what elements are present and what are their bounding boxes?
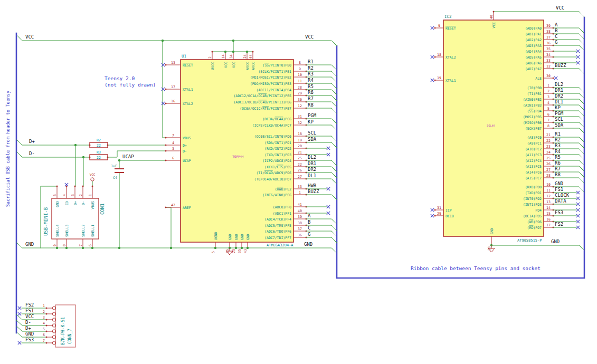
net-label-C[interactable]: C [308,225,310,231]
net-label-BUZZ[interactable]: BUZZ [308,189,319,194]
net-label-R3[interactable]: R3 [308,71,314,76]
vcc-power-symbol[interactable]: VCC [90,173,96,181]
wire[interactable] [306,225,337,231]
resistor-R3[interactable]: R322 [89,150,109,160]
ic-value[interactable]: ATMEGA32U4-A [267,243,293,247]
net-label-SDA[interactable]: SDA [555,122,564,128]
net-label-R1[interactable]: R1 [555,131,561,137]
wire[interactable] [306,195,337,200]
wire[interactable] [494,12,584,17]
net-label-dplus[interactable]: D+ [29,139,35,144]
net-label-FS1[interactable]: FS1 [555,187,563,192]
wire[interactable] [306,219,337,224]
connector-value[interactable]: B7K-PH-K-S1 [61,317,65,345]
net-label-R7[interactable]: R7 [308,96,314,101]
net-label-R4[interactable]: R4 [555,149,561,154]
wire[interactable] [553,69,584,74]
net-label-SDA[interactable]: SDA [308,137,317,142]
net-label-PGM[interactable]: PGM [308,113,317,118]
net-label-vcc[interactable]: VCC [305,34,314,40]
net-label-DR2[interactable]: DR2 [555,93,563,99]
net-label-R6[interactable]: R6 [555,160,561,166]
net-label-R2[interactable]: R2 [308,65,314,71]
net-label-R5[interactable]: R5 [555,155,561,160]
ic-reference[interactable]: U1 [182,54,186,59]
net-label-KP[interactable]: KP [308,119,314,124]
connector-reference[interactable]: CONN_7 [68,329,72,344]
net-label-FS3[interactable]: FS3 [555,210,563,215]
net-label-DR1[interactable]: DR1 [555,88,563,93]
net-label-HWB[interactable]: HWB [308,183,316,188]
ic-footprint[interactable]: DIL40 [487,124,495,127]
net-label-GND[interactable]: GND [555,181,563,186]
net-label-KP[interactable]: KP [555,105,561,110]
net-label-DL2[interactable]: DL2 [555,82,563,87]
capacitor-value[interactable]: 1uF [111,164,117,168]
ic-IC2[interactable]: IC2AT90S8515-PDIL409RESET18XTAL219XTAL13… [431,11,584,251]
wire[interactable] [17,35,337,46]
net-label-A[interactable]: A [555,22,558,27]
wire[interactable] [553,28,584,33]
connector-value[interactable]: USB-MINI-B [43,207,49,236]
net-label-SCL[interactable]: SCL [555,117,563,122]
net-label-CLOCK[interactable]: CLOCK [555,193,570,198]
net-label-gnd[interactable]: GND [551,239,560,244]
wire[interactable] [553,34,584,39]
connector-reference[interactable]: CON1 [100,203,105,215]
net-label-R6[interactable]: R6 [308,90,314,95]
net-label-DL2[interactable]: DL2 [308,155,316,160]
net-label-DATA[interactable]: DATA [555,198,566,204]
resistor-R2[interactable]: R222 [89,138,109,148]
net-label-GND[interactable]: GND [25,331,34,337]
net-label-G[interactable]: G [555,40,557,45]
wire[interactable] [306,231,337,236]
net-label-dminus[interactable]: D- [29,151,35,156]
net-label-FS1[interactable]: FS1 [25,308,34,313]
ground-symbol[interactable] [226,248,233,255]
net-label-D-[interactable]: D- [25,320,31,325]
net-label-R5[interactable]: R5 [308,84,314,89]
resistor-reference[interactable]: R2 [97,138,101,142]
net-label-PGM[interactable]: PGM [555,111,564,116]
net-label-R4[interactable]: R4 [308,78,314,83]
net-label-ucap[interactable]: UCAP [122,154,134,159]
wire[interactable] [553,40,584,45]
net-label-gnd[interactable]: GND [25,242,34,247]
connector-body[interactable] [55,305,75,347]
wire[interactable] [16,326,46,331]
net-label-BUZZ[interactable]: BUZZ [555,63,566,68]
net-label-VCC[interactable]: VCC [25,314,34,319]
net-label-G[interactable]: G [308,232,310,237]
resistor-value[interactable]: 22 [97,143,101,148]
wire[interactable] [17,140,90,145]
connector-CON1[interactable]: USB-MINI-BCON15GND4ID3D+2D-1VBUS9SHELL48… [43,183,105,248]
net-label-FS2[interactable]: FS2 [555,222,563,227]
net-label-DL1[interactable]: DL1 [308,173,316,178]
net-label-gnd[interactable]: GND [304,242,312,247]
schematic-canvas[interactable]: VCCVCCD+D-UCAPGNDGNDVCCGNDTeensy 2.0(not… [0,0,597,364]
wire[interactable] [166,207,171,248]
wire[interactable] [491,245,584,251]
wire[interactable] [107,151,166,157]
ic-reference[interactable]: IC2 [444,14,452,19]
ic-value[interactable]: AT90S8515-P [517,238,542,243]
ic-footprint[interactable]: TQFP44 [232,155,244,158]
net-label-B[interactable]: B [555,28,557,33]
net-label-R1[interactable]: R1 [308,59,314,64]
connector-CONN_7[interactable]: B7K-PH-K-S1CONN_7FS21FS12VCC3D-4D+5GND6F… [16,302,75,347]
net-label-DR1[interactable]: DR1 [308,161,316,166]
net-label-R8[interactable]: R8 [308,102,314,108]
net-label-vcc[interactable]: VCC [25,34,34,40]
ic-U1[interactable]: U1ATMEGA32U4-ATQFP4413RESET17XTAL116XTAL… [162,51,337,254]
net-label-A[interactable]: A [308,213,311,218]
resistor-value[interactable]: 22 [97,156,101,160]
resistor-reference[interactable]: R3 [97,150,101,155]
net-label-FS3[interactable]: FS3 [25,337,34,342]
wire[interactable] [16,320,46,325]
net-label-R7[interactable]: R7 [555,166,561,171]
wire[interactable] [17,152,90,157]
net-label-B[interactable]: B [308,219,310,225]
net-label-FS2[interactable]: FS2 [25,302,34,308]
net-label-vcc[interactable]: VCC [556,5,564,11]
ground-symbol[interactable] [488,245,495,252]
